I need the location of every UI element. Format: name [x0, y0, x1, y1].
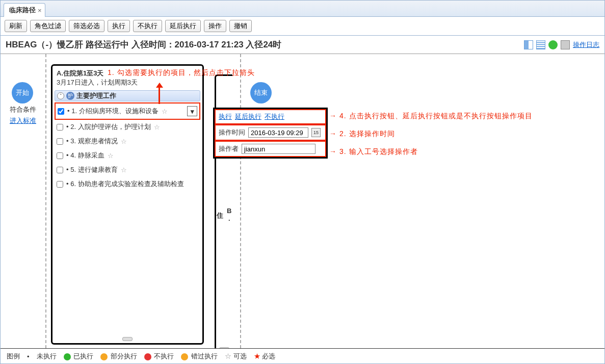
- grid-icon[interactable]: [536, 40, 545, 49]
- popup-time-row: 操作时间 15: [215, 124, 326, 141]
- annotation-arrow-1: [151, 79, 163, 104]
- annotation-2: 2. 选择操作时间: [339, 129, 395, 139]
- divider-1: [45, 54, 46, 348]
- popup-execute-link[interactable]: 执行: [219, 112, 232, 121]
- panel-a: A.住院第1至3天 3月17日进入，计划周期3天 ˄ 护 主要护理工作 • 1.…: [51, 64, 204, 345]
- header-icons: 操作日志: [524, 40, 599, 49]
- execute-button[interactable]: 执行: [108, 20, 130, 32]
- tab-label: 临床路径: [9, 6, 36, 15]
- partial-icon: [100, 353, 108, 360]
- time-label: 操作时间: [219, 128, 245, 137]
- divider-2: [240, 54, 241, 348]
- tab-clinical-path[interactable]: 临床路径 ×: [4, 3, 45, 17]
- star-icon: ☆: [108, 152, 114, 160]
- annotation-4-arrow: →: [329, 112, 337, 120]
- chevron-down-icon[interactable]: ▾: [187, 106, 197, 116]
- print-icon[interactable]: [561, 40, 570, 49]
- close-icon[interactable]: ×: [38, 7, 42, 14]
- enter-standard-link[interactable]: 进入标准: [10, 116, 36, 125]
- tab-bar: 临床路径 ×: [1, 1, 604, 17]
- task-label: • 2. 入院护理评估，护理计划: [66, 122, 151, 132]
- star-icon: ☆: [162, 108, 168, 115]
- task-checkbox[interactable]: [57, 138, 63, 145]
- not-execute-button[interactable]: 不执行: [133, 20, 162, 32]
- task-label: • 5. 进行健康教育: [66, 165, 118, 174]
- time-input[interactable]: [248, 127, 308, 138]
- star-icon: ☆: [121, 138, 127, 145]
- annotation-4: 4. 点击执行按钮、延后执行按钮或是不执行按钮操作项目: [339, 112, 533, 121]
- task-checkbox[interactable]: [57, 181, 63, 188]
- start-node[interactable]: 开始: [12, 82, 33, 103]
- content-area: 开始 符合条件 进入标准 结束 A.住院第1至3天 3月17日进入，计划周期3天…: [1, 54, 604, 349]
- calendar-icon[interactable]: 15: [311, 128, 321, 137]
- role-filter-button[interactable]: 角色过滤: [30, 20, 66, 32]
- operator-input[interactable]: [242, 144, 315, 154]
- task-label: • 6. 协助患者完成实验室检查及辅助检查: [66, 179, 184, 189]
- task-list: • 1. 介绍病房环境、设施和设备☆▾• 2. 入院护理评估，护理计划☆• 3.…: [52, 102, 202, 191]
- condition-label: 符合条件: [10, 105, 36, 114]
- star-icon: ☆: [121, 166, 127, 174]
- operate-button[interactable]: 操作: [204, 20, 226, 32]
- task-checkbox[interactable]: [57, 152, 63, 159]
- annotation-1: 1. 勾选需要执行的项目，然后点击下拉箭头: [108, 68, 255, 77]
- undo-button[interactable]: 撤销: [229, 20, 252, 32]
- task-item[interactable]: • 6. 协助患者完成实验室检查及辅助检查: [55, 177, 200, 191]
- legend-title: 图例: [7, 352, 20, 361]
- operator-label: 操作者: [219, 144, 239, 153]
- task-label: • 4. 静脉采血: [66, 151, 104, 160]
- missed-icon: [181, 353, 188, 360]
- layout-columns-icon[interactable]: [524, 40, 533, 49]
- refresh-button[interactable]: 刷新: [5, 20, 27, 32]
- popup-actions-row: 执行 延后执行 不执行: [215, 109, 326, 124]
- no-icon: [144, 353, 151, 360]
- task-item[interactable]: • 5. 进行健康教育☆: [55, 163, 200, 177]
- popup-delay-link[interactable]: 延后执行: [235, 112, 261, 121]
- task-checkbox[interactable]: [58, 108, 64, 115]
- operation-log-link[interactable]: 操作日志: [573, 40, 599, 49]
- check-icon: [64, 353, 71, 360]
- star-filled-icon: ★: [254, 352, 260, 360]
- task-checkbox[interactable]: [57, 124, 63, 131]
- panel-b-letter: B.: [225, 207, 233, 222]
- task-item[interactable]: • 2. 入院护理评估，护理计划☆: [55, 120, 200, 134]
- action-popup: 执行 延后执行 不执行 操作时间 15 操作者: [213, 108, 328, 159]
- star-icon: ☆: [154, 123, 160, 131]
- panel-a-subtitle: 3月17日进入，计划周期3天: [52, 78, 202, 89]
- scroll-handle[interactable]: [122, 337, 133, 341]
- toolbar: 刷新 角色过滤 筛选必选 执行 不执行 延后执行 操作 撤销: [1, 17, 604, 36]
- section-header[interactable]: ˄ 护 主要护理工作: [55, 90, 200, 101]
- annotation-2-arrow: →: [329, 129, 337, 138]
- task-item[interactable]: • 3. 观察患者情况☆: [55, 134, 200, 148]
- star-outline-icon: ☆: [225, 352, 231, 360]
- nursing-badge: 护: [66, 92, 74, 100]
- section-label: 主要护理工作: [76, 91, 116, 100]
- header-row: HBEAG（-）慢乙肝 路径运行中 入径时间：2016-03-17 21:23 …: [1, 36, 604, 54]
- task-label: • 1. 介绍病房环境、设施和设备: [67, 107, 159, 116]
- annotation-3-arrow: →: [329, 147, 337, 155]
- end-node[interactable]: 结束: [250, 82, 272, 103]
- legend-not-exec: 未执行: [37, 352, 57, 361]
- filter-required-button[interactable]: 筛选必选: [69, 20, 104, 32]
- task-item[interactable]: • 4. 静脉采血☆: [55, 148, 200, 163]
- popup-noexec-link[interactable]: 不执行: [265, 112, 284, 121]
- app-root: 临床路径 × 刷新 角色过滤 筛选必选 执行 不执行 延后执行 操作 撤销 HB…: [0, 0, 605, 364]
- annotation-3: 3. 输入工号选择操作者: [339, 147, 418, 157]
- task-label: • 3. 观察患者情况: [66, 137, 118, 146]
- legend-bar: 图例 • 未执行 已执行 部分执行 不执行 错过执行 ☆ 可选 ★ 必选: [1, 349, 604, 364]
- chevron-up-icon[interactable]: ˄: [57, 92, 64, 99]
- delay-execute-button[interactable]: 延后执行: [165, 20, 201, 32]
- scroll-handle-b[interactable]: [219, 347, 229, 349]
- task-item[interactable]: • 1. 介绍病房环境、设施和设备☆▾: [55, 102, 200, 120]
- page-title: HBEAG（-）慢乙肝 路径运行中 入径时间：2016-03-17 21:23 …: [6, 39, 281, 50]
- popup-operator-row: 操作者: [215, 141, 326, 157]
- globe-icon[interactable]: [548, 40, 558, 49]
- task-checkbox[interactable]: [57, 167, 63, 173]
